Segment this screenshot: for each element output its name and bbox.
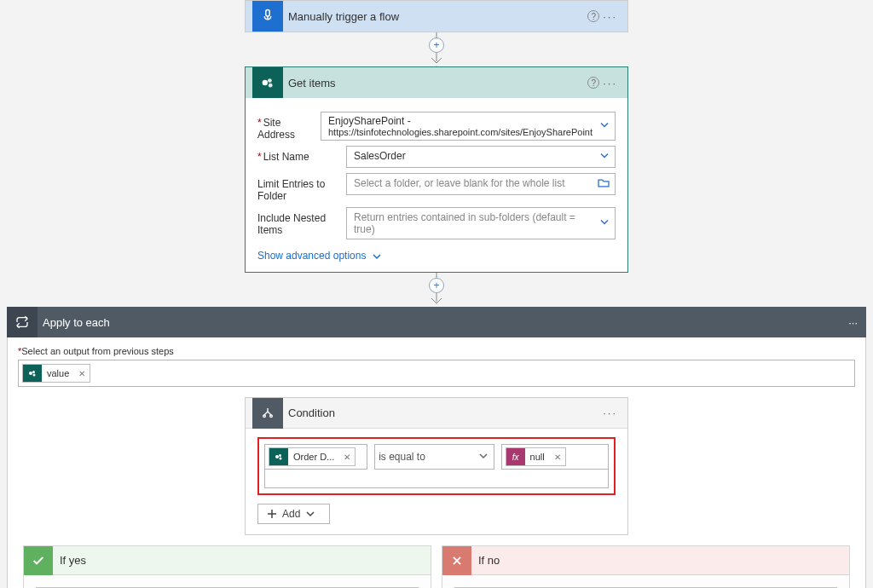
limit-input[interactable]: Select a folder, or leave blank for the … — [346, 173, 616, 195]
token-remove-icon[interactable]: ✕ — [74, 369, 90, 378]
select-output-label: *Select an output from previous steps — [18, 346, 855, 356]
check-icon — [24, 546, 53, 575]
svg-point-10 — [270, 415, 273, 418]
limit-placeholder: Select a folder, or leave blank for the … — [354, 177, 564, 189]
condition-card[interactable]: Condition ··· Order D... ✕ — [245, 397, 628, 535]
token-remove-icon[interactable]: ✕ — [339, 453, 355, 462]
if-no-label: If no — [471, 554, 500, 567]
fx-icon: fx — [506, 448, 525, 465]
show-advanced-link[interactable]: Show advanced options — [257, 245, 616, 262]
add-condition-button[interactable]: Add — [257, 504, 330, 524]
svg-point-13 — [280, 458, 282, 460]
list-name-label: *List Name — [257, 146, 346, 163]
folder-picker-icon[interactable] — [598, 178, 610, 191]
get-items-card[interactable]: Get items ? ··· *Site Address EnjoyShare… — [245, 66, 628, 273]
condition-right-input[interactable]: fx null ✕ — [501, 444, 609, 470]
help-icon[interactable]: ? — [587, 10, 599, 22]
chevron-down-icon — [478, 451, 489, 464]
token-value[interactable]: value ✕ — [22, 364, 90, 383]
nested-placeholder: Return entries contained in sub-folders … — [354, 211, 575, 235]
list-name-value: SalesOrder — [354, 150, 406, 162]
connector: + — [7, 273, 866, 307]
limit-label: Limit Entries to Folder — [257, 173, 346, 202]
trigger-icon — [252, 1, 283, 32]
sharepoint-icon — [252, 67, 283, 98]
nested-label: Include Nested Items — [257, 207, 346, 236]
loop-icon — [7, 307, 38, 337]
list-name-input[interactable]: SalesOrder — [346, 146, 616, 168]
site-address-line2: https://tsinfotechnologies.sharepoint.co… — [328, 127, 593, 137]
if-yes-label: If yes — [53, 554, 86, 567]
close-icon — [442, 546, 471, 575]
insert-step-button[interactable]: + — [429, 37, 444, 53]
svg-rect-0 — [266, 10, 270, 17]
token-null[interactable]: fx null ✕ — [506, 447, 566, 466]
svg-point-8 — [33, 374, 36, 377]
trigger-title: Manually trigger a flow — [283, 10, 587, 23]
select-output-input[interactable]: value ✕ — [18, 360, 855, 387]
condition-operator-select[interactable]: is equal to — [374, 444, 494, 470]
more-button[interactable]: ··· — [599, 406, 621, 419]
more-button[interactable]: ··· — [848, 316, 858, 329]
site-address-label: *Site Address — [257, 112, 321, 141]
help-icon[interactable]: ? — [587, 77, 599, 89]
chevron-down-icon[interactable] — [599, 120, 610, 133]
svg-point-9 — [263, 415, 266, 418]
nested-input[interactable]: Return entries contained in sub-folders … — [346, 207, 616, 239]
connector: + — [7, 32, 866, 66]
more-button[interactable]: ··· — [599, 10, 621, 23]
site-address-line1: EnjoySharePoint - — [328, 115, 593, 127]
svg-point-7 — [32, 371, 35, 373]
if-yes-branch: If yes Compose ? ··· — [23, 545, 431, 588]
insert-step-button[interactable]: + — [429, 278, 444, 293]
site-address-input[interactable]: EnjoySharePoint - https://tsinfotechnolo… — [321, 112, 616, 141]
condition-title: Condition — [283, 406, 599, 419]
condition-icon — [252, 398, 283, 429]
svg-point-11 — [275, 455, 279, 458]
svg-point-2 — [263, 80, 268, 85]
highlight-box: Order D... ✕ is equal to fx — [257, 437, 616, 495]
condition-left-input[interactable]: Order D... ✕ — [264, 444, 367, 470]
svg-point-4 — [269, 84, 273, 88]
trigger-card[interactable]: Manually trigger a flow ? ··· — [245, 0, 628, 32]
token-remove-icon[interactable]: ✕ — [550, 453, 565, 462]
token-order-date[interactable]: Order D... ✕ — [269, 447, 356, 466]
condition-left-extra[interactable] — [264, 470, 609, 488]
get-items-title: Get items — [283, 77, 587, 89]
svg-point-6 — [29, 372, 32, 375]
apply-to-each-card[interactable]: Apply to each ··· *Select an output from… — [7, 307, 866, 588]
if-no-branch: If no Compose 2 ? ··· — [442, 545, 850, 588]
apply-title: Apply to each — [38, 316, 848, 329]
svg-point-3 — [268, 78, 272, 83]
chevron-down-icon[interactable] — [599, 217, 610, 230]
chevron-down-icon[interactable] — [599, 151, 610, 164]
more-button[interactable]: ··· — [599, 77, 621, 89]
sharepoint-icon — [269, 448, 288, 465]
sharepoint-icon — [23, 365, 42, 382]
svg-point-12 — [279, 454, 281, 457]
